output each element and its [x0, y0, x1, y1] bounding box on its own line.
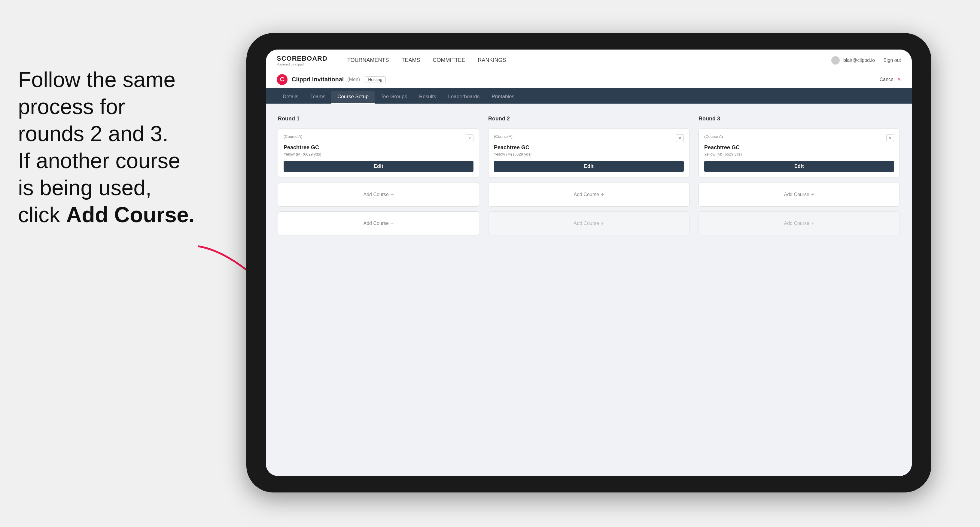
tournament-name: Clippd Invitational: [292, 76, 344, 83]
add-course-r2-slot1[interactable]: Add Course +: [488, 183, 689, 206]
course-details-r2: Yellow (M) (6629 yds): [494, 152, 684, 156]
delete-course-r3[interactable]: ×: [886, 134, 894, 142]
instruction-line6-prefix: click: [18, 203, 66, 227]
nav-committee[interactable]: COMMITTEE: [428, 55, 470, 65]
top-nav: SCOREBOARD Powered by clippd TOURNAMENTS…: [266, 49, 912, 71]
add-course-r3-slot2: Add Course +: [698, 211, 900, 235]
plus-icon-r3-1: +: [811, 192, 815, 198]
nav-right: blair@clippd.io | Sign out: [831, 56, 901, 65]
edit-course-r1[interactable]: Edit: [283, 161, 474, 172]
clippd-logo: C: [277, 74, 288, 85]
user-email: blair@clippd.io: [843, 58, 875, 63]
tablet-screen: SCOREBOARD Powered by clippd TOURNAMENTS…: [266, 49, 912, 476]
add-course-text-r2-1: Add Course: [574, 192, 599, 197]
tab-tee-groups[interactable]: Tee Groups: [375, 91, 413, 103]
plus-icon-r2-1: +: [601, 192, 604, 198]
round-3-course-card-1: (Course A) × Peachtree GC Yellow (M) (66…: [698, 129, 900, 178]
instruction-line5: is being used,: [18, 176, 151, 200]
rounds-grid: Round 1 (Course A) × Peachtree GC Yellow…: [278, 116, 900, 235]
tab-leaderboards[interactable]: Leaderboards: [442, 91, 486, 103]
course-a-label-r3: (Course A): [704, 134, 723, 139]
course-name-r2: Peachtree GC: [494, 144, 684, 151]
course-a-label-r2: (Course A): [494, 134, 512, 139]
cancel-button[interactable]: Cancel ✕: [880, 76, 901, 82]
plus-icon-r3-2: +: [811, 221, 815, 227]
instruction-line3: rounds 2 and 3.: [18, 122, 168, 146]
sub-header-right: Cancel ✕: [880, 76, 901, 82]
tab-printables[interactable]: Printables: [486, 91, 521, 103]
tab-bar: Details Teams Course Setup Tee Groups Re…: [266, 88, 912, 103]
add-course-r1-slot2[interactable]: Add Course +: [278, 211, 479, 235]
round-3-label: Round 3: [698, 116, 900, 122]
nav-teams[interactable]: TEAMS: [397, 55, 425, 65]
plus-icon-r1-1: +: [391, 192, 394, 198]
tab-results[interactable]: Results: [413, 91, 442, 103]
tab-teams[interactable]: Teams: [304, 91, 331, 103]
add-course-text-r3-2: Add Course: [784, 221, 809, 226]
add-course-text-r2-2: Add Course: [574, 221, 599, 226]
instruction-line4: If another course: [18, 149, 180, 173]
logo-area: SCOREBOARD Powered by clippd: [277, 55, 328, 66]
course-name-r1: Peachtree GC: [283, 144, 474, 151]
instruction-line1: Follow the same: [18, 68, 175, 92]
round-2-course-card-1: (Course A) × Peachtree GC Yellow (M) (66…: [488, 129, 689, 178]
round-1-course-card-1: (Course A) × Peachtree GC Yellow (M) (66…: [278, 129, 479, 178]
course-card-header-r3: (Course A) ×: [704, 134, 894, 142]
tab-details[interactable]: Details: [277, 91, 304, 103]
round-2-label: Round 2: [488, 116, 689, 122]
add-course-r3-slot1[interactable]: Add Course +: [698, 183, 900, 206]
plus-icon-r2-2: +: [601, 221, 604, 227]
course-details-r3: Yellow (M) (6629 yds): [704, 152, 894, 156]
edit-course-r2[interactable]: Edit: [494, 161, 684, 172]
round-1-label: Round 1: [278, 116, 479, 122]
course-card-header: (Course A) ×: [283, 134, 474, 142]
logo-sub: Powered by clippd: [277, 62, 328, 66]
round-2-column: Round 2 (Course A) × Peachtree GC Yellow…: [488, 116, 689, 235]
course-name-r3: Peachtree GC: [704, 144, 894, 151]
edit-course-r3[interactable]: Edit: [704, 161, 894, 172]
sub-header: C Clippd Invitational (Men) Hosting Canc…: [266, 71, 912, 88]
nav-separator: |: [878, 58, 880, 63]
add-course-r2-slot2: Add Course +: [488, 211, 689, 235]
hosting-badge: Hosting: [365, 76, 385, 83]
plus-icon-r1-2: +: [391, 221, 394, 227]
add-course-text-r3-1: Add Course: [784, 192, 809, 197]
instruction-line6-bold: Add Course.: [66, 203, 195, 227]
tournament-type: (Men): [347, 77, 360, 82]
instruction-line2: process for: [18, 95, 125, 119]
tablet-frame: SCOREBOARD Powered by clippd TOURNAMENTS…: [247, 33, 931, 492]
nav-links: TOURNAMENTS TEAMS COMMITTEE RANKINGS: [342, 55, 831, 65]
tab-course-setup[interactable]: Course Setup: [331, 91, 375, 103]
delete-course-r2[interactable]: ×: [676, 134, 684, 142]
cancel-x-icon: ✕: [897, 77, 901, 82]
add-course-text-r1-2: Add Course: [363, 221, 389, 226]
nav-tournaments[interactable]: TOURNAMENTS: [342, 55, 394, 65]
delete-course-r1[interactable]: ×: [466, 134, 474, 142]
course-details-r1: Yellow (M) (6629 yds): [283, 152, 474, 156]
round-1-column: Round 1 (Course A) × Peachtree GC Yellow…: [278, 116, 479, 235]
instruction-panel: Follow the same process for rounds 2 and…: [0, 54, 216, 240]
nav-rankings[interactable]: RANKINGS: [473, 55, 511, 65]
course-a-label-r1: (Course A): [283, 134, 302, 139]
sign-out-link[interactable]: Sign out: [883, 58, 901, 63]
main-content: Round 1 (Course A) × Peachtree GC Yellow…: [266, 103, 912, 476]
add-course-text-r1-1: Add Course: [363, 192, 389, 197]
logo-title: SCOREBOARD: [277, 55, 328, 62]
add-course-r1-slot1[interactable]: Add Course +: [278, 183, 479, 206]
course-card-header-r2: (Course A) ×: [494, 134, 684, 142]
round-3-column: Round 3 (Course A) × Peachtree GC Yellow…: [698, 116, 900, 235]
avatar: [831, 56, 840, 65]
